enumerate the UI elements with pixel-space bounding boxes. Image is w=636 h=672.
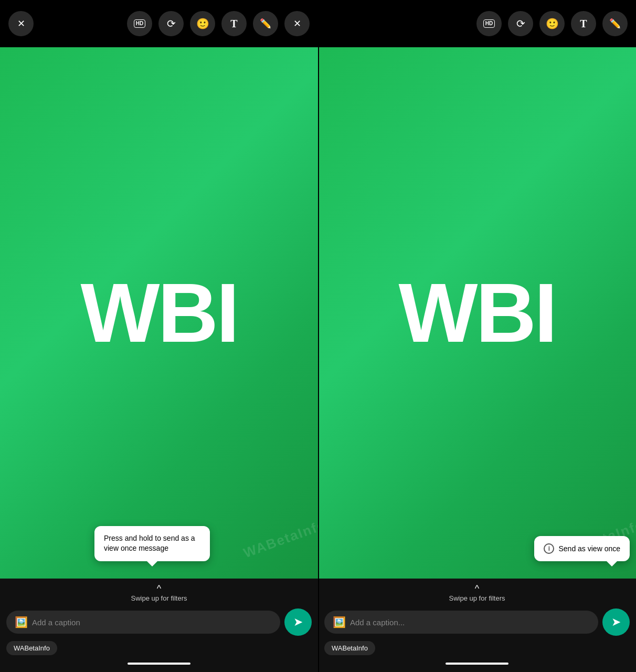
hd-icon: HD xyxy=(134,19,145,28)
contact-chip-right[interactable]: WABetaInfo xyxy=(324,641,375,655)
home-indicator-left xyxy=(128,663,190,665)
swipe-text-left: Swipe up for filters xyxy=(131,594,187,602)
wbi-logo-left: WBI xyxy=(80,271,237,355)
tooltip-viewonce-text: Send as view once xyxy=(558,544,620,553)
close-button-left[interactable]: ✕ xyxy=(8,11,34,36)
app-container: ✕ HD ⟳ 🙂 T ✏️ ✕ WBI xyxy=(0,0,636,672)
swipe-hint-right: ^ Swipe up for filters xyxy=(318,579,636,605)
draw-button-right[interactable]: ✏️ xyxy=(602,11,628,36)
panel-right: HD ⟳ 🙂 T ✏️ WBI WABetaInfo ^ xyxy=(318,0,636,672)
wbi-logo-right: WBI xyxy=(398,271,555,355)
contact-row-right: WABetaInfo xyxy=(318,639,636,659)
toolbar-right: HD ⟳ 🙂 T ✏️ xyxy=(318,0,636,47)
watermark-text-left: WABetaInfo xyxy=(241,517,318,562)
contact-row-left: WABetaInfo xyxy=(0,639,318,659)
bottom-area-right: ^ Swipe up for filters 🖼️ Add a caption.… xyxy=(318,579,636,672)
caption-placeholder-right: Add a caption... xyxy=(350,618,405,627)
sticker-button-right[interactable]: 🙂 xyxy=(539,11,565,36)
caption-placeholder-left: Add a caption xyxy=(32,618,80,627)
swipe-arrow-left: ^ xyxy=(157,584,161,593)
text-icon: T xyxy=(230,18,237,30)
info-icon-label: i xyxy=(548,545,550,552)
sticker-button-left[interactable]: 🙂 xyxy=(190,11,215,36)
rotate-button-right[interactable]: ⟳ xyxy=(508,11,533,36)
contact-chip-left[interactable]: WABetaInfo xyxy=(6,641,57,655)
hd-icon-right: HD xyxy=(483,19,495,28)
panel-divider xyxy=(318,0,319,672)
draw-icon-right: ✏️ xyxy=(609,18,621,29)
caption-input-right[interactable]: 🖼️ Add a caption... xyxy=(324,611,598,634)
text-button-left[interactable]: T xyxy=(221,11,247,36)
tooltip-press-hold: Press and hold to send as a view once me… xyxy=(94,526,210,561)
delete-icon: ✕ xyxy=(293,18,301,29)
rotate-button-left[interactable]: ⟳ xyxy=(158,11,184,36)
caption-input-left[interactable]: 🖼️ Add a caption xyxy=(6,611,280,634)
caption-row-left: 🖼️ Add a caption ➤ Press and hold to sen… xyxy=(0,605,318,639)
caption-row-right: 🖼️ Add a caption... ➤ i Send as view onc… xyxy=(318,605,636,639)
info-icon: i xyxy=(544,543,554,554)
sticker-icon: 🙂 xyxy=(196,17,209,30)
add-photo-icon-left: 🖼️ xyxy=(15,616,28,628)
toolbar-left: ✕ HD ⟳ 🙂 T ✏️ ✕ xyxy=(0,0,318,47)
image-area-left: WBI WABetaInfo xyxy=(0,47,318,579)
tooltip-view-once: i Send as view once xyxy=(534,536,630,561)
sticker-icon-right: 🙂 xyxy=(546,17,559,30)
contact-name-right: WABetaInfo xyxy=(332,644,368,652)
draw-button-left[interactable]: ✏️ xyxy=(253,11,278,36)
add-photo-icon-right: 🖼️ xyxy=(333,616,346,628)
hd-button-right[interactable]: HD xyxy=(476,11,502,36)
image-area-right: WBI WABetaInfo xyxy=(318,47,636,579)
rotate-icon: ⟳ xyxy=(167,17,176,30)
rotate-icon-right: ⟳ xyxy=(516,17,525,30)
close-icon: ✕ xyxy=(17,18,25,29)
panel-left: ✕ HD ⟳ 🙂 T ✏️ ✕ WBI xyxy=(0,0,318,672)
swipe-hint-left: ^ Swipe up for filters xyxy=(0,579,318,605)
swipe-arrow-right: ^ xyxy=(475,584,479,593)
send-button-right[interactable]: ➤ xyxy=(602,608,630,636)
tooltip-press-text: Press and hold to send as a view once me… xyxy=(104,534,195,553)
bottom-area-left: ^ Swipe up for filters 🖼️ Add a caption … xyxy=(0,579,318,672)
text-icon-right: T xyxy=(580,18,587,30)
home-indicator-right xyxy=(446,663,508,665)
send-icon-right: ➤ xyxy=(611,615,621,629)
contact-name-left: WABetaInfo xyxy=(14,644,50,652)
send-icon-left: ➤ xyxy=(293,615,303,629)
delete-button-left[interactable]: ✕ xyxy=(284,11,310,36)
text-button-right[interactable]: T xyxy=(571,11,596,36)
hd-button-left[interactable]: HD xyxy=(127,11,152,36)
send-button-left[interactable]: ➤ xyxy=(284,608,312,636)
draw-icon: ✏️ xyxy=(260,18,271,29)
swipe-text-right: Swipe up for filters xyxy=(449,594,505,602)
